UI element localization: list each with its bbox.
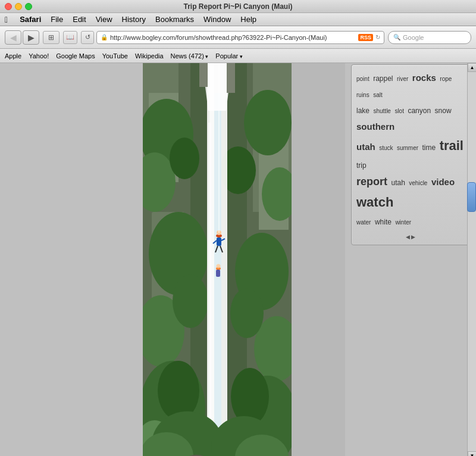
- titlebar: Trip Report Pi~Pi Canyon (Maui): [0, 0, 476, 13]
- tag-shuttle[interactable]: shuttle: [373, 108, 390, 114]
- menubar-view[interactable]: View: [96, 15, 112, 24]
- tag-report[interactable]: report: [356, 176, 387, 188]
- search-bar[interactable]: 🔍 Google: [388, 31, 471, 44]
- menubar:  Safari File Edit View History Bookmark…: [0, 13, 476, 26]
- tag-utah[interactable]: utah: [356, 142, 375, 152]
- bookmark-yahoo[interactable]: Yahoo!: [29, 52, 49, 60]
- forward-icon: ▶: [28, 33, 35, 42]
- svg-point-24: [173, 274, 208, 328]
- forward-button[interactable]: ▶: [23, 30, 39, 45]
- window-controls: [5, 3, 32, 10]
- menubar-help[interactable]: Help: [240, 15, 256, 24]
- menubar-edit[interactable]: Edit: [73, 15, 86, 24]
- bookmarks-bar: Apple Yahoo! Google Maps YouTube Wikiped…: [0, 49, 476, 63]
- svg-point-22: [170, 138, 199, 179]
- tag-winter[interactable]: winter: [395, 219, 411, 226]
- waterfall-container: [143, 63, 292, 456]
- tag-white[interactable]: white: [375, 218, 392, 226]
- bookmark-news[interactable]: News (472): [171, 52, 209, 60]
- scroll-up-button[interactable]: ▲: [468, 63, 476, 72]
- close-button[interactable]: [5, 3, 12, 10]
- left-sidebar: [0, 63, 143, 456]
- search-icon: 🔍: [393, 34, 400, 40]
- tag-trail[interactable]: trail: [440, 138, 464, 153]
- svg-point-45: [217, 264, 221, 268]
- reload-icon: ↺: [85, 33, 90, 41]
- tag-rocks[interactable]: rocks: [412, 73, 436, 83]
- scroll-down-icon-1: ▼: [470, 453, 475, 456]
- rss-badge[interactable]: RSS: [358, 34, 373, 41]
- menubar-file[interactable]: File: [51, 15, 63, 24]
- right-sidebar: point rappel river rocks rope ruins salt…: [345, 63, 476, 456]
- bookmarks-bar-button[interactable]: 📖: [63, 31, 77, 44]
- scrollbar[interactable]: ▲ ▼ ▼: [467, 63, 476, 456]
- menubar-safari[interactable]: Safari: [20, 15, 41, 24]
- tag-lake[interactable]: lake: [356, 107, 369, 115]
- address-bar[interactable]: 🔒 http://www.bogley.com/forum/showthread…: [96, 31, 384, 44]
- minimize-button[interactable]: [15, 3, 22, 10]
- svg-rect-46: [199, 63, 208, 87]
- tag-time[interactable]: time: [422, 143, 436, 152]
- bookmark-apple[interactable]: Apple: [5, 52, 21, 60]
- url-text: http://www.bogley.com/forum/showthread.p…: [110, 34, 356, 41]
- book-icon: 📖: [66, 33, 74, 41]
- waterfall-image: [143, 63, 292, 456]
- tag-cloud-footer: ◀ ▶: [356, 233, 465, 240]
- bookmark-popular[interactable]: Popular: [215, 52, 242, 60]
- tag-rappel[interactable]: rappel: [373, 74, 393, 83]
- back-icon: ◀: [10, 33, 17, 42]
- tag-water[interactable]: water: [356, 219, 371, 226]
- tag-trip[interactable]: trip: [356, 161, 367, 170]
- tag-rope[interactable]: rope: [440, 76, 452, 82]
- svg-rect-36: [217, 238, 221, 246]
- menubar-history[interactable]: History: [122, 15, 146, 24]
- svg-point-26: [158, 361, 199, 420]
- svg-point-25: [230, 288, 264, 338]
- lock-icon: 🔒: [101, 34, 108, 40]
- svg-point-27: [231, 368, 269, 425]
- toolbar: ◀ ▶ ⊞ 📖 ↺ 🔒 http://www.bogley.com/forum/…: [0, 26, 476, 49]
- bookmark-youtube[interactable]: YouTube: [102, 52, 128, 60]
- main-content: [143, 63, 345, 456]
- tag-point[interactable]: point: [356, 76, 369, 82]
- tag-ruins[interactable]: ruins: [356, 92, 369, 98]
- svg-rect-47: [227, 63, 235, 93]
- scroll-down-button-1[interactable]: ▼: [468, 451, 476, 456]
- nav-buttons: ◀ ▶: [5, 30, 39, 45]
- refresh-icon: ↻: [375, 34, 380, 40]
- tag-summer[interactable]: summer: [397, 145, 418, 151]
- scroll-thumb[interactable]: [467, 182, 476, 212]
- tag-pagination[interactable]: ◀ ▶: [406, 234, 416, 240]
- tag-southern[interactable]: southern: [356, 121, 394, 132]
- svg-rect-44: [216, 270, 220, 277]
- tag-salt[interactable]: salt: [373, 92, 383, 98]
- page-title: Trip Report Pi~Pi Canyon (Maui): [183, 2, 292, 11]
- menubar-bookmarks[interactable]: Bookmarks: [155, 15, 194, 24]
- tag-utah2[interactable]: utah: [391, 179, 405, 187]
- tag-cloud: point rappel river rocks rope ruins salt…: [356, 70, 465, 230]
- bookmark-googlemaps[interactable]: Google Maps: [56, 52, 95, 60]
- tag-cloud-box: point rappel river rocks rope ruins salt…: [351, 64, 470, 245]
- scroll-up-icon: ▲: [470, 65, 475, 70]
- tag-watch[interactable]: watch: [356, 195, 393, 210]
- search-placeholder: Google: [403, 34, 424, 41]
- maximize-button[interactable]: [25, 3, 32, 10]
- tag-stuck[interactable]: stuck: [379, 145, 393, 151]
- apple-menu-icon[interactable]: : [5, 15, 8, 24]
- tag-video[interactable]: video: [431, 177, 455, 187]
- svg-point-17: [244, 90, 292, 155]
- address-bar-container: ↺ 🔒 http://www.bogley.com/forum/showthre…: [81, 31, 384, 44]
- svg-rect-31: [208, 123, 211, 450]
- page-content: point rappel river rocks rope ruins salt…: [0, 63, 476, 456]
- sidebar-icon: ⊞: [48, 33, 54, 42]
- tag-river[interactable]: river: [397, 76, 408, 82]
- menubar-window[interactable]: Window: [203, 15, 231, 24]
- tag-vehicle[interactable]: vehicle: [409, 180, 427, 186]
- reload-button[interactable]: ↺: [81, 31, 94, 44]
- back-button[interactable]: ◀: [5, 30, 21, 45]
- show-sidebar-button[interactable]: ⊞: [43, 31, 60, 44]
- bookmark-wikipedia[interactable]: Wikipedia: [135, 52, 164, 60]
- tag-snow[interactable]: snow: [435, 107, 452, 115]
- tag-canyon[interactable]: canyon: [408, 107, 431, 115]
- tag-slot[interactable]: slot: [394, 108, 404, 114]
